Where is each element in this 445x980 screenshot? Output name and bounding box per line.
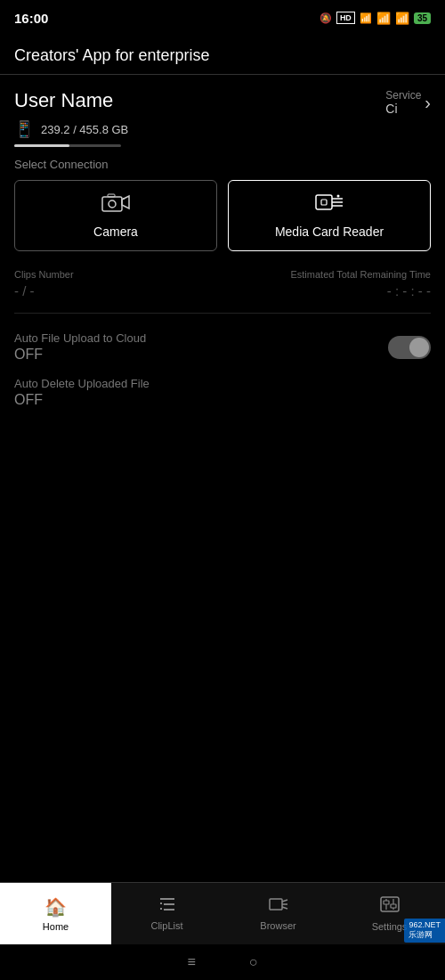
media-card-reader-icon xyxy=(315,192,344,217)
chevron-right-icon: › xyxy=(425,93,431,113)
settings-icon xyxy=(380,895,400,918)
cliplist-label: ClipList xyxy=(150,920,182,931)
svg-rect-5 xyxy=(316,195,332,209)
select-connection-label: Select Connection xyxy=(14,158,431,171)
toggle-knob xyxy=(409,338,429,357)
user-section: User Name 📱 239.2 / 455.8 GB Service Ci … xyxy=(14,89,431,147)
wifi-icon: 📶 xyxy=(360,12,372,24)
signal1-icon: 📶 xyxy=(376,12,391,25)
stats-row: Clips Number - / - Estimated Total Remai… xyxy=(14,269,431,314)
home-icon: 🏠 xyxy=(44,896,67,918)
svg-rect-21 xyxy=(384,901,389,904)
auto-delete-setting: Auto Delete Uploaded File OFF xyxy=(14,377,431,408)
service-label: Service xyxy=(385,89,421,102)
svg-rect-22 xyxy=(391,904,396,908)
status-time: 16:00 xyxy=(14,11,48,26)
signal2-icon: 📶 xyxy=(395,12,409,25)
time-label: Estimated Total Remaining Time xyxy=(222,269,431,280)
svg-rect-15 xyxy=(160,908,162,910)
browser-label: Browser xyxy=(260,920,295,931)
home-label: Home xyxy=(43,921,69,932)
user-info: User Name 📱 239.2 / 455.8 GB xyxy=(14,89,385,147)
main-content: User Name 📱 239.2 / 455.8 GB Service Ci … xyxy=(0,75,445,437)
cliplist-icon xyxy=(158,896,176,917)
svg-point-2 xyxy=(109,200,116,208)
clips-stat: Clips Number - / - xyxy=(14,269,222,298)
auto-upload-setting: Auto File Upload to Cloud OFF xyxy=(14,331,431,363)
service-value: Ci xyxy=(385,102,421,116)
svg-rect-3 xyxy=(108,194,115,197)
camera-label: Camera xyxy=(93,225,138,239)
connection-buttons: Camera Media Card Reader xyxy=(14,180,431,251)
svg-line-18 xyxy=(282,907,287,909)
clips-label: Clips Number xyxy=(14,269,222,280)
storage-text: 239.2 / 455.8 GB xyxy=(41,123,128,136)
user-name: User Name xyxy=(14,89,385,112)
time-stat: Estimated Total Remaining Time - : - : -… xyxy=(222,269,431,298)
app-header: Creators' App for enterprise xyxy=(0,36,445,75)
svg-rect-0 xyxy=(102,197,122,211)
service-info: Service Ci xyxy=(385,89,421,116)
bottom-nav: 🏠 Home ClipList Browser xyxy=(0,882,445,944)
auto-upload-row: Auto File Upload to Cloud OFF xyxy=(14,331,431,363)
auto-upload-value: OFF xyxy=(14,347,146,363)
phone-icon: 📱 xyxy=(14,119,34,139)
watermark: 962.NET乐游网 xyxy=(404,919,445,943)
system-nav: ≡ ○ xyxy=(0,944,445,980)
media-card-reader-label: Media Card Reader xyxy=(275,225,384,239)
auto-upload-title: Auto File Upload to Cloud xyxy=(14,331,146,345)
svg-rect-6 xyxy=(321,200,327,205)
svg-point-10 xyxy=(337,195,340,198)
settings-section: Auto File Upload to Cloud OFF Auto Delet… xyxy=(14,331,431,408)
media-card-reader-button[interactable]: Media Card Reader xyxy=(228,180,431,251)
svg-point-4 xyxy=(123,198,125,200)
status-bar: 16:00 🔕 HD 📶 📶 📶 35 xyxy=(0,0,445,36)
camera-button[interactable]: Camera xyxy=(14,180,217,251)
camera-icon xyxy=(101,192,130,217)
auto-delete-value: OFF xyxy=(14,392,431,408)
battery-icon: 35 xyxy=(414,12,431,24)
browser-icon xyxy=(269,896,288,917)
mute-icon: 🔕 xyxy=(320,12,332,24)
auto-upload-toggle[interactable] xyxy=(388,336,431,359)
auto-delete-title: Auto Delete Uploaded File xyxy=(14,377,431,390)
nav-home[interactable]: 🏠 Home xyxy=(0,883,111,944)
svg-marker-1 xyxy=(122,196,129,208)
svg-line-17 xyxy=(282,900,287,902)
app-title: Creators' App for enterprise xyxy=(14,46,210,64)
hd-icon: HD xyxy=(336,12,355,24)
home-nav-button[interactable]: ○ xyxy=(249,954,258,970)
settings-label: Settings xyxy=(372,921,408,932)
status-icons: 🔕 HD 📶 📶 📶 35 xyxy=(320,12,431,25)
clips-value: - / - xyxy=(14,283,222,298)
auto-upload-info: Auto File Upload to Cloud OFF xyxy=(14,331,146,363)
service-section[interactable]: Service Ci › xyxy=(385,89,431,116)
svg-rect-16 xyxy=(270,899,282,910)
storage-bar xyxy=(14,144,121,147)
storage-bar-fill xyxy=(14,144,69,147)
time-value: - : - : - - xyxy=(222,283,431,298)
storage-row: 📱 239.2 / 455.8 GB xyxy=(14,119,385,139)
svg-rect-14 xyxy=(160,902,162,904)
nav-cliplist[interactable]: ClipList xyxy=(111,883,222,944)
menu-nav-button[interactable]: ≡ xyxy=(187,954,195,970)
nav-browser[interactable]: Browser xyxy=(222,883,334,944)
